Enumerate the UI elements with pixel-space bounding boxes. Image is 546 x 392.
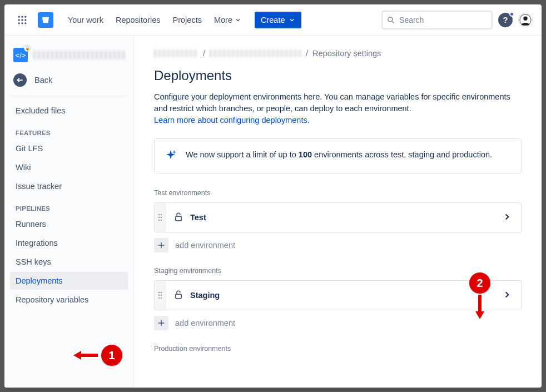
svg-line-10 [392,21,394,23]
nav-link-repositories[interactable]: Repositories [110,12,166,28]
tutorial-marker-2: 2 [469,272,490,319]
marker-badge: 1 [101,345,122,366]
create-button[interactable]: Create [255,12,301,28]
search-box[interactable] [381,11,493,29]
chevron-down-icon [235,17,241,23]
page-description-text: Configure your deployment environments h… [154,92,510,113]
sparkle-icon [165,149,177,163]
tutorial-marker-1: 1 [73,345,122,366]
section-label-test: Test environments [154,189,522,197]
back-arrow-icon [13,73,27,87]
chevron-down-icon [289,17,295,23]
svg-point-28 [160,297,162,299]
back-button[interactable]: Back [10,68,128,96]
add-environment-test[interactable]: add environment [154,238,522,252]
svg-point-19 [160,220,162,221]
search-icon [387,16,395,24]
sidebar-item-ssh-keys[interactable]: SSH keys [10,253,128,271]
svg-rect-20 [176,216,182,221]
nav-left: Your work Repositories Projects More Cre… [13,11,301,29]
env-card-test: Test [154,202,522,232]
app-switcher-icon[interactable] [13,11,31,29]
bitbucket-logo-icon[interactable] [38,12,53,28]
breadcrumb-separator: / [306,49,308,58]
env-row-staging[interactable]: Staging [166,290,521,301]
info-banner: We now support a limit of up to 100 envi… [154,138,522,173]
svg-point-1 [21,16,23,17]
sidebar-item-repository-variables[interactable]: Repository variables [10,291,128,309]
svg-point-27 [158,297,160,299]
plus-icon [154,238,168,252]
drag-handle-icon[interactable] [155,281,166,310]
lock-badge-icon: 🔒 [24,45,31,52]
svg-point-0 [18,16,20,17]
svg-marker-33 [73,351,81,360]
svg-point-18 [158,220,160,221]
breadcrumb: / / Repository settings [154,49,522,58]
main-content: / / Repository settings Deployments Conf… [134,36,542,388]
repo-header[interactable]: </> 🔒 [10,46,128,68]
search-input[interactable] [399,16,487,24]
divider [10,96,128,96]
svg-point-24 [160,292,162,294]
env-card-staging: Staging [154,280,522,310]
sidebar-item-excluded-files[interactable]: Excluded files [10,102,128,120]
avatar[interactable] [518,13,533,27]
unlock-icon [173,212,183,224]
app-window: Your work Repositories Projects More Cre… [4,4,542,388]
svg-point-26 [160,295,162,296]
add-environment-label: add environment [175,319,235,328]
svg-point-14 [158,214,160,216]
help-icon[interactable]: ? [498,13,513,27]
repo-name-redacted [33,51,125,59]
sidebar-item-deployments[interactable]: Deployments [10,272,128,290]
page-title: Deployments [154,68,522,83]
chevron-right-icon [502,290,513,301]
nav-link-projects[interactable]: Projects [167,12,207,28]
svg-point-4 [21,19,23,21]
svg-point-15 [160,214,162,216]
create-button-label: Create [261,16,285,24]
sidebar-item-issue-tracker[interactable]: Issue tracker [10,177,128,195]
sidebar-item-wiki[interactable]: Wiki [10,158,128,176]
arrow-down-icon [473,294,487,319]
page-description: Configure your deployment environments h… [154,91,522,126]
plus-icon [154,316,168,330]
sidebar-heading-pipelines: PIPELINES [10,196,128,215]
nav-right: ? [381,11,533,29]
svg-point-5 [24,19,26,21]
section-label-production: Production environments [154,345,522,353]
svg-point-3 [18,19,20,21]
unlock-icon [173,290,183,301]
body: </> 🔒 Back Excluded files FEATURES Git L… [4,36,542,388]
breadcrumb-current: Repository settings [312,49,381,58]
svg-marker-35 [475,311,484,319]
sidebar: </> 🔒 Back Excluded files FEATURES Git L… [4,36,134,388]
section-label-staging: Staging environments [154,267,522,275]
marker-badge: 2 [469,272,490,294]
env-row-test[interactable]: Test [166,212,521,224]
svg-point-6 [18,22,20,24]
learn-more-link[interactable]: Learn more about configuring deployments [154,116,307,125]
svg-point-9 [388,17,393,21]
sidebar-item-integrations[interactable]: Integrations [10,234,128,252]
nav-link-your-work[interactable]: Your work [62,12,109,28]
svg-point-23 [158,292,160,294]
nav-links: Your work Repositories Projects More [62,12,247,28]
breadcrumb-separator: / [203,49,205,58]
sidebar-item-runners[interactable]: Runners [10,215,128,233]
info-banner-text: We now support a limit of up to 100 envi… [186,149,492,161]
nav-link-more[interactable]: More [209,12,247,28]
svg-point-16 [158,217,160,219]
env-name-staging: Staging [190,291,220,300]
svg-point-8 [24,22,26,24]
chevron-right-icon [502,212,513,224]
repo-code-icon: </> 🔒 [13,48,28,62]
svg-point-7 [21,22,23,24]
drag-handle-icon[interactable] [155,203,166,232]
add-environment-staging[interactable]: add environment [154,316,522,330]
breadcrumb-redacted [210,49,301,57]
sidebar-item-git-lfs[interactable]: Git LFS [10,140,128,157]
svg-point-2 [24,16,26,17]
sidebar-heading-features: FEATURES [10,121,128,140]
